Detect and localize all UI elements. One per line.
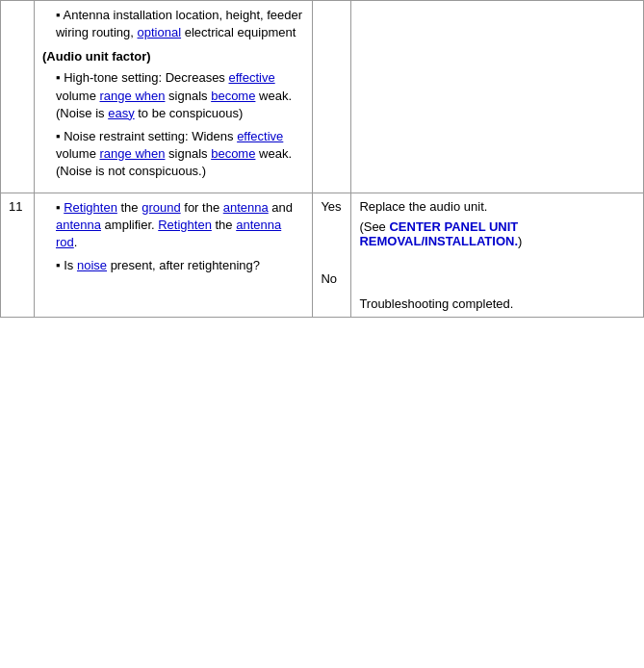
retighten-text-4: amplifier. bbox=[101, 218, 158, 232]
noise-restraint-text-1: Noise restraint setting: Widens bbox=[64, 129, 237, 143]
list-item-noise-present: Is noise present, after retightening? bbox=[56, 257, 304, 274]
table-row-continuation: Antenna installation location, height, f… bbox=[1, 1, 644, 193]
no-label: No bbox=[321, 271, 343, 286]
high-tone-become: become bbox=[211, 89, 255, 103]
noise-present-text-1: Is bbox=[64, 258, 77, 272]
yes-label: Yes bbox=[321, 199, 343, 214]
result-yes-link-pre: (See bbox=[359, 219, 389, 234]
list-item-high-tone: High-tone setting: Decreases effective v… bbox=[56, 69, 304, 122]
antenna-optional-highlight: optional bbox=[138, 25, 182, 39]
retighten-text-5: the bbox=[212, 218, 236, 232]
result-yes-text: Replace the audio unit. bbox=[359, 199, 635, 214]
noise-restraint-effective: effective bbox=[237, 129, 283, 143]
retighten-word-1: Retighten bbox=[64, 200, 117, 215]
noise-restraint-range-when: range when bbox=[100, 146, 166, 161]
row-result-empty bbox=[351, 1, 644, 193]
row-number: 11 bbox=[9, 199, 22, 214]
retighten-word-2: Retighten bbox=[158, 218, 212, 232]
noise-restraint-text-2: volume bbox=[56, 146, 100, 161]
high-tone-text-1: High-tone setting: Decreases bbox=[64, 70, 228, 85]
row-yesno-empty bbox=[313, 1, 351, 193]
retighten-antenna-1: antenna bbox=[223, 200, 269, 215]
audio-factor-label: (Audio unit factor) bbox=[42, 49, 304, 64]
row-11-action: Retighten the ground for the antenna and… bbox=[34, 193, 312, 317]
retighten-text-3: and bbox=[269, 200, 293, 215]
row-11-yes: Yes No bbox=[313, 193, 351, 317]
row-action-continuation: Antenna installation location, height, f… bbox=[34, 1, 312, 193]
high-tone-range-when: range when bbox=[100, 89, 166, 103]
high-tone-easy: easy bbox=[108, 106, 134, 120]
retighten-text-2: for the bbox=[181, 200, 223, 215]
list-item-antenna: Antenna installation location, height, f… bbox=[56, 7, 304, 41]
retighten-text-1: the bbox=[117, 200, 142, 215]
high-tone-effective: effective bbox=[228, 70, 274, 85]
retighten-antenna-amplifier: antenna bbox=[56, 218, 101, 232]
noise-present-text-2: present, after retightening? bbox=[107, 258, 260, 272]
noise-restraint-text-3: signals bbox=[165, 146, 211, 161]
row-11-result: Replace the audio unit. (See CENTER PANE… bbox=[351, 193, 644, 317]
table-row-11: 11 Retighten the ground for the antenna … bbox=[1, 193, 644, 317]
antenna-text-2: electrical equipment bbox=[181, 25, 296, 39]
result-no-text: Troubleshooting completed. bbox=[359, 296, 635, 311]
high-tone-text-3: signals bbox=[165, 89, 211, 103]
high-tone-text-5: to be conspicuous) bbox=[135, 106, 244, 120]
retighten-text-6: . bbox=[74, 235, 78, 249]
list-item-noise-restraint: Noise restraint setting: Widens effectiv… bbox=[56, 128, 304, 181]
retighten-ground: ground bbox=[142, 200, 180, 215]
result-yes-link-container: (See CENTER PANEL UNIT REMOVAL/INSTALLAT… bbox=[359, 219, 635, 248]
list-item-retighten: Retighten the ground for the antenna and… bbox=[56, 199, 304, 252]
result-yes-link-post: ) bbox=[518, 234, 522, 248]
noise-present-noise: noise bbox=[77, 258, 107, 272]
high-tone-text-2: volume bbox=[56, 89, 100, 103]
row-num-empty bbox=[1, 1, 35, 193]
noise-restraint-become: become bbox=[211, 146, 255, 161]
row-11-num: 11 bbox=[1, 193, 35, 317]
